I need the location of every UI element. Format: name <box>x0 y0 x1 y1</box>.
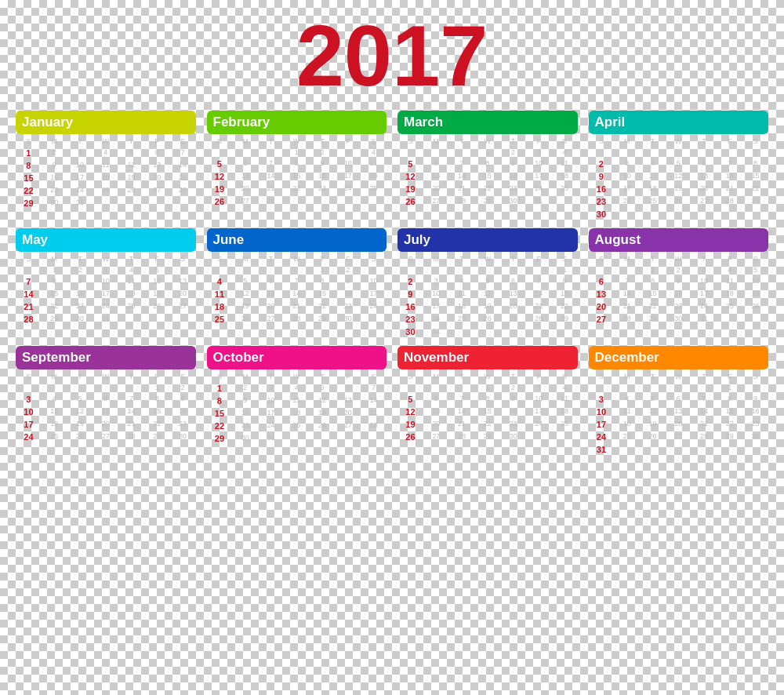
day-cell: 13 <box>666 406 691 418</box>
day-cell: 24 <box>93 300 118 313</box>
day-cell: 3 <box>526 147 552 158</box>
day-cell <box>742 443 768 456</box>
day-cell: 23 <box>67 300 93 313</box>
day-cell: 15 <box>42 288 67 300</box>
day-cell: 22 <box>640 300 666 313</box>
day-cell: 5 <box>207 158 233 170</box>
day-cell <box>423 382 449 393</box>
day-cell: 1 <box>284 147 310 158</box>
day-cell: 27 <box>423 195 449 208</box>
day-cell: 19 <box>742 288 768 300</box>
day-cell: 29 <box>552 313 578 326</box>
day-cell: 2 <box>42 147 67 159</box>
day-cell: 6 <box>666 393 691 406</box>
day-cell <box>666 443 691 456</box>
day-cell: 27 <box>258 313 284 326</box>
day-cell: 19 <box>232 300 258 313</box>
day-cell: 9 <box>335 275 361 288</box>
day-cell <box>552 195 578 208</box>
day-cell: 18 <box>42 418 67 431</box>
day-cell: 29 <box>42 313 67 326</box>
day-cell: 4 <box>614 393 640 406</box>
day-cell: 25 <box>614 431 640 443</box>
day-cell: 29 <box>16 197 42 209</box>
day-cell: 8 <box>474 158 500 170</box>
day-cell: 20 <box>258 300 284 313</box>
day-cell: 11 <box>552 393 578 406</box>
day-cell: 21 <box>449 183 475 195</box>
day-cell: 19 <box>640 418 666 431</box>
day-cell: 31 <box>423 326 449 338</box>
day-cell: 23 <box>500 183 526 195</box>
day-cell: 4 <box>93 147 118 159</box>
day-cell: 26 <box>232 313 258 326</box>
day-cell: 2 <box>67 264 93 275</box>
day-cell: 14 <box>170 159 196 172</box>
day-cell: 4 <box>207 275 233 288</box>
day-cell: 14 <box>16 288 42 300</box>
day-cell <box>717 443 742 456</box>
day-cell: 6 <box>144 147 170 159</box>
day-cell: 30 <box>42 197 67 209</box>
day-cell: 18 <box>552 406 578 418</box>
day-cell: 19 <box>67 418 93 431</box>
day-cell: 12 <box>397 406 423 418</box>
month-block-june: JuneSMTWTFS12345678910111213141516171819… <box>207 228 387 338</box>
day-cell: 1 <box>144 382 170 393</box>
day-cell: 29 <box>474 431 500 443</box>
day-cell <box>589 147 615 158</box>
day-cell <box>614 264 640 275</box>
month-block-december: DecemberSMTWTFS1234567891011121314151617… <box>589 346 769 456</box>
day-cell: 20 <box>232 183 258 195</box>
day-cell <box>118 313 144 326</box>
day-cell <box>93 382 118 393</box>
day-cell <box>449 264 475 275</box>
day-cell: 24 <box>67 184 93 197</box>
day-cell <box>589 382 615 393</box>
day-cell: 27 <box>232 195 258 208</box>
day-cell: 24 <box>423 313 449 326</box>
day-cell: 30 <box>67 313 93 326</box>
month-block-july: JulySMTWTFS12345678910111213141516171819… <box>397 228 578 338</box>
day-cell: 28 <box>118 431 144 443</box>
day-cell: 20 <box>93 418 118 431</box>
day-cell: 14 <box>449 406 475 418</box>
day-cell: 23 <box>500 418 526 431</box>
day-cell: 25 <box>449 313 475 326</box>
day-cell: 22 <box>552 300 578 313</box>
month-block-november: NovemberSMTWTFS1234567891011121314151617… <box>397 346 578 456</box>
day-cell: 30 <box>397 326 423 338</box>
day-cell: 16 <box>67 288 93 300</box>
day-cell: 11 <box>449 288 475 300</box>
day-cell: 10 <box>526 158 552 170</box>
day-cell: 24 <box>361 300 387 313</box>
day-cell: 5 <box>474 275 500 288</box>
day-cell: 18 <box>361 170 387 183</box>
day-cell <box>207 147 233 158</box>
month-header-october: October <box>207 346 387 369</box>
day-cell: 17 <box>526 170 552 183</box>
days-header-june: SMTWTFS <box>207 254 387 264</box>
day-cell <box>232 147 258 158</box>
month-block-may: MaySMTWTFS123456789101112131415161718192… <box>16 228 196 338</box>
day-cell: 11 <box>118 275 144 288</box>
day-cell: 12 <box>144 275 170 288</box>
day-cell: 6 <box>423 393 449 406</box>
days-header-february: SMTWTFS <box>207 136 387 146</box>
day-cell: 5 <box>397 393 423 406</box>
day-cell: 26 <box>397 431 423 443</box>
day-cell: 20 <box>666 418 691 431</box>
day-cell <box>67 382 93 393</box>
day-cell: 6 <box>423 158 449 170</box>
day-cell: 14 <box>258 170 284 183</box>
day-cell: 16 <box>500 170 526 183</box>
day-cell: 29 <box>640 313 666 326</box>
day-cell <box>258 264 284 275</box>
day-cell: 6 <box>500 275 526 288</box>
days-grid-october: 1234567891011121314151617181920212223242… <box>207 382 387 445</box>
day-cell: 19 <box>310 407 336 420</box>
day-cell: 5 <box>144 264 170 275</box>
day-cell: 16 <box>397 300 423 313</box>
day-cell <box>397 382 423 393</box>
days-header-december: SMTWTFS <box>589 372 769 381</box>
